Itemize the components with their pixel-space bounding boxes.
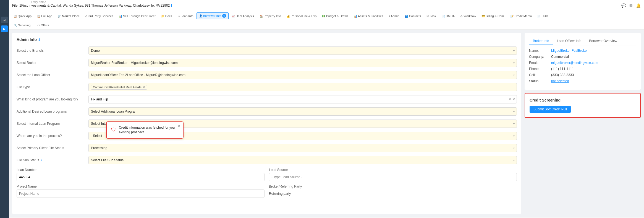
- tab-borrower-overview[interactable]: Borrower Overview: [585, 37, 621, 45]
- tab-deal-analysis-icon: 📈: [232, 15, 235, 18]
- loan-officer-select[interactable]: MiguelLoanOfficer Feal2LoanOffice - Migu…: [88, 71, 517, 79]
- mail-icon[interactable]: ✉: [629, 3, 633, 8]
- tab-loan-info[interactable]: ✂ Loan Info: [175, 13, 196, 19]
- tab-contacts[interactable]: 👥 Contacts: [402, 13, 423, 19]
- tab-full-app[interactable]: 📋 Full App: [35, 13, 55, 19]
- broker-phone-key: Phone:: [529, 67, 551, 71]
- servicing-icon: 🔧: [14, 24, 17, 27]
- page-header: Entity Name File: 1First Investments & C…: [9, 0, 644, 30]
- tab-full-app-label: Full App: [41, 14, 52, 18]
- broker-name-key: Name:: [529, 49, 551, 53]
- nav-tabs: 📋 Quick App 📋 Full App 🛒 Market Place ⚙ …: [9, 11, 644, 21]
- additional-loan-select[interactable]: Select Additional Loan Program: [88, 107, 517, 116]
- tab-docs-icon: 📁: [161, 15, 164, 18]
- tab-property-info[interactable]: 🏠 Property Info: [257, 13, 284, 19]
- loan-officer-field: MiguelLoanOfficer Feal2LoanOffice - Migu…: [88, 71, 517, 79]
- tab-broker-info[interactable]: Broker Info: [529, 37, 553, 45]
- tab-workflow[interactable]: ⚙ Workflow: [458, 13, 478, 19]
- branch-select[interactable]: Demo: [88, 46, 517, 55]
- project-name-row: Project Name Broker/Referring Party Refe…: [17, 185, 517, 198]
- tab-assets-label: Assets & Liabilities: [358, 14, 383, 18]
- tab-quick-app[interactable]: 📋 Quick App: [11, 13, 34, 19]
- sidebar-icon-active[interactable]: ▶: [1, 25, 8, 32]
- tab-task[interactable]: ☑ Task: [424, 13, 439, 19]
- sidebar-icon-1[interactable]: ◀: [1, 17, 8, 23]
- broker-status-value[interactable]: not selected: [551, 79, 636, 83]
- program-input[interactable]: [88, 95, 517, 103]
- file-type-tag-input[interactable]: Commercial/Residential Real Estate ✕: [88, 83, 517, 91]
- file-sub-label-text: File Sub Status: [17, 158, 39, 162]
- branch-label: Select the Branch:: [17, 49, 88, 53]
- tab-quick-app-icon: 📋: [14, 15, 17, 18]
- broker-info-card: Broker Info Loan Officer Info Borrower O…: [525, 33, 641, 90]
- tab-loan-info-label: Loan Info: [181, 14, 193, 18]
- program-clear[interactable]: ✕: [509, 97, 511, 101]
- loan-number-row: Loan Number Lead Source: [17, 168, 517, 181]
- file-sub-info-icon[interactable]: ℹ: [41, 158, 43, 162]
- tab-credit-memo-label: Credit Memo: [514, 14, 532, 18]
- info-tabs: Broker Info Loan Officer Info Borrower O…: [529, 37, 636, 45]
- program-field: ✕ ✕: [88, 95, 517, 103]
- tab-admin[interactable]: ℹ Admin: [386, 13, 402, 19]
- tab-workflow-icon: ⚙: [460, 15, 463, 18]
- info-icon[interactable]: ℹ: [171, 4, 172, 7]
- tab-personal-inc-icon: 💰: [287, 15, 290, 18]
- broker-email-value[interactable]: miguelbroker@lendingwise.com: [551, 61, 636, 65]
- tab-sell-through[interactable]: 📊 Sell Through PeerStreet: [116, 13, 158, 19]
- broker-phone-value: (111) 111-1111: [551, 67, 636, 71]
- main-wrapper: Entity Name File: 1First Investments & C…: [9, 0, 644, 217]
- program-label: What kind of program are you looking for…: [17, 97, 88, 101]
- tab-deal-analysis[interactable]: 📈 Deal Analysis: [229, 13, 256, 19]
- tab-assets[interactable]: 📊 Assets & Liabilities: [351, 13, 386, 19]
- client-status-field: Processing: [88, 144, 517, 152]
- sub-tab-offers[interactable]: 🏷 Offers: [34, 22, 52, 28]
- file-sub-select[interactable]: Select File Sub Status: [88, 156, 517, 164]
- tab-borrower-info-badge: 6: [222, 14, 226, 18]
- loan-number-input[interactable]: [17, 173, 265, 181]
- file-sub-select-wrapper: Select File Sub Status: [88, 156, 517, 164]
- tab-budget[interactable]: 💵 Budget & Draws: [320, 13, 350, 19]
- broker-select-wrapper: MiguelBroker FealBroker - Miguelbroker@l…: [88, 59, 517, 67]
- admin-info-icon[interactable]: ℹ: [38, 38, 40, 42]
- alert-text: Credit information was fetched for your …: [119, 125, 179, 135]
- sub-tabs: 🔧 Servicing 🏷 Offers: [9, 21, 644, 29]
- branch-row: Select the Branch: Demo: [17, 46, 517, 55]
- tab-3rd-party[interactable]: ⚙ 3rd Party Services: [83, 13, 116, 19]
- tab-hmda[interactable]: 📄 HMDA: [439, 13, 457, 19]
- loan-number-label: Loan Number: [17, 168, 265, 172]
- tab-personal-inc[interactable]: 💰 Personal Inc & Exp: [284, 13, 319, 19]
- tab-marketplace[interactable]: 🛒 Market Place: [55, 13, 82, 19]
- submit-soft-credit-pull-button[interactable]: Submit Soft Credit Pull: [530, 106, 571, 113]
- sub-tab-offers-label: Offers: [41, 24, 49, 27]
- sub-tab-servicing[interactable]: 🔧 Servicing: [11, 22, 33, 28]
- file-sub-row: File Sub Status ℹ Select File Sub Status: [17, 156, 517, 165]
- tab-billing[interactable]: 💳 Billing & Com.: [479, 13, 507, 19]
- loan-number-col: Loan Number: [17, 168, 265, 181]
- file-type-row: File Type Commercial/Residential Real Es…: [17, 83, 517, 92]
- internal-loan-label: Select Internal Loan Program :: [17, 122, 88, 126]
- program-dropdown[interactable]: ✕: [512, 97, 515, 101]
- tab-loan-officer-info[interactable]: Loan Officer Info: [553, 37, 585, 45]
- project-name-input[interactable]: [17, 190, 265, 198]
- lead-source-label: Lead Source: [269, 168, 517, 172]
- process-row: Where are you in the process? - Select -: [17, 131, 517, 140]
- alert-close-button[interactable]: ✕: [177, 124, 181, 128]
- program-row: What kind of program are you looking for…: [17, 95, 517, 104]
- tab-hud[interactable]: 📄 HUD: [535, 13, 551, 19]
- broker-name-value[interactable]: MiguelBroker FealBroker: [551, 49, 636, 53]
- lead-source-input[interactable]: [269, 173, 517, 181]
- tab-credit-memo[interactable]: 📝 Credit Memo: [508, 13, 534, 19]
- client-status-select[interactable]: Processing: [88, 144, 517, 152]
- tab-borrower-info[interactable]: 👤 Borrower Info 6: [197, 12, 229, 19]
- tab-property-info-label: Property Info: [264, 14, 281, 18]
- broker-select[interactable]: MiguelBroker FealBroker - Miguelbroker@l…: [88, 59, 517, 67]
- client-status-row: Select Primary Client File Status Proces…: [17, 144, 517, 152]
- file-type-remove[interactable]: ✕: [143, 85, 145, 89]
- broker-referring-label: Broker/Referring Party: [269, 185, 517, 188]
- chat-icon[interactable]: 💬: [621, 3, 626, 8]
- tab-assets-icon: 📊: [354, 15, 357, 18]
- project-name-label: Project Name: [17, 185, 265, 188]
- bell-icon[interactable]: 🔔: [636, 3, 641, 8]
- tab-personal-inc-label: Personal Inc & Exp: [291, 14, 317, 18]
- tab-docs[interactable]: 📁 Docs: [159, 13, 175, 19]
